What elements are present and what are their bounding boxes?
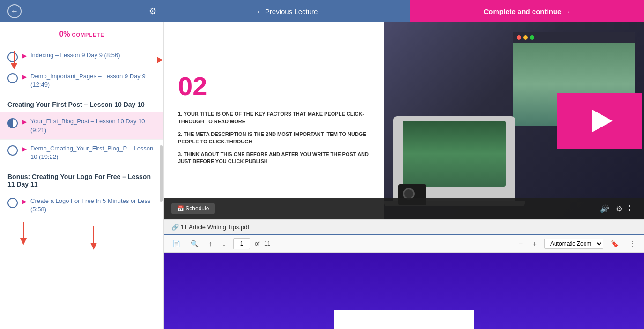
nav-left-panel: ← ⚙ [0,0,164,22]
schedule-label: 📅 Schedule [177,205,209,212]
top-nav: ← ⚙ ← Previous Lecture Complete and cont… [0,0,644,22]
pdf-bookmark-button[interactable]: 🔖 [608,239,622,248]
lesson-item-first-blog[interactable]: ▶ Your_First_Blog_Post – Lesson 10 Day 1… [0,112,163,139]
section-title-creating: Creating Your First Post – Lesson 10 Day… [7,101,145,108]
lesson-item-inner-indexing: ▶ Indexing – Lesson 9 Day 9 (8:56) [22,51,156,60]
svg-marker-7 [90,243,97,250]
lesson-item-inner-create-logo: ▶ Create a Logo For Free In 5 Minutes or… [22,197,156,214]
sidebar-scrollbar[interactable] [160,145,163,202]
volume-icon[interactable]: 🔊 [600,204,609,213]
right-panel: 02 1. YOUR TITLE IS ONE OF THE KEY FACTO… [164,22,644,329]
pdf-search-button[interactable]: 🔍 [188,239,201,248]
fullscreen-icon[interactable]: ⛶ [629,204,637,213]
slide-point-3: 3. THINK ABOUT THIS ONE BEFORE AND AFTER… [178,151,370,165]
pdf-page-up-button[interactable]: ↑ [206,239,215,248]
pdf-zoom-select[interactable]: Automatic Zoom [544,239,603,249]
lesson-text-demo-important: Demo_Important_Pages – Lesson 9 Day 9 (1… [30,72,156,89]
section-title-bonus: Bonus: Creating Your Logo For Free – Les… [7,173,151,188]
slide-point-1: 1. YOUR TITLE IS ONE OF THE KEY FACTORS … [178,111,370,125]
lesson-item-demo-creating[interactable]: ▶ Demo_Creating_Your_First_Blog_P – Less… [0,140,163,166]
lesson-circle-indexing [7,52,18,62]
laptop-screen-content [403,121,506,187]
svg-marker-5 [20,238,27,245]
video-photo-area [384,22,644,219]
lesson-item-inner-demo-important: ▶ Demo_Important_Pages – Lesson 9 Day 9 … [22,72,156,89]
close-dot [517,35,521,40]
video-section: 02 1. YOUR TITLE IS ONE OF THE KEY FACTO… [164,22,644,219]
lesson-circle-demo-creating [7,145,18,156]
video-icon-demo-important: ▶ [22,74,27,80]
section-header-creating: Creating Your First Post – Lesson 10 Day… [0,94,163,112]
pdf-zoom-out-button[interactable]: − [516,239,526,248]
complete-continue-label: Complete and continue → [483,7,570,15]
play-triangle-icon [592,109,613,133]
min-dot [523,35,528,40]
pdf-white-footer-box [334,310,474,329]
lesson-text-first-blog: Your_First_Blog_Post – Lesson 10 Day 10 … [30,117,156,134]
slide-point-2: 2. THE META DESCRIPTION IS THE 2ND MOST … [178,131,370,145]
pdf-tab-label: 🔗 11 Article Writing Tips.pdf [171,224,249,231]
pdf-toolbar: 📄 🔍 ↑ ↓ of 11 − + Automatic Zoom 🔖 ⋮ [164,235,644,253]
progress-percent: 0% [59,30,70,38]
red-arrow-bottom-icon [14,219,52,257]
lesson-text-demo-creating: Demo_Creating_Your_First_Blog_P – Lesson… [30,144,156,161]
lesson-circle-demo-important [7,73,18,83]
video-container: 02 1. YOUR TITLE IS ONE OF THE KEY FACTO… [164,22,644,219]
lesson-item-inner-demo-creating: ▶ Demo_Creating_Your_First_Blog_P – Less… [22,144,156,161]
video-controls-bar: 📅 Schedule 🔊 ⚙ ⛶ [164,198,644,219]
lesson-circle-first-blog [7,118,18,128]
lesson-text-indexing: Indexing – Lesson 9 Day 9 (8:56) [30,51,120,60]
pdf-section: 🔗 11 Article Writing Tips.pdf 📄 🔍 ↑ ↓ of… [164,219,644,329]
video-icon-create-logo: ▶ [22,198,27,205]
pdf-upload-button[interactable]: 📄 [170,239,183,248]
prev-lecture-label: ← Previous Lecture [256,7,318,15]
pdf-content-area [164,253,644,329]
pdf-menu-button[interactable]: ⋮ [626,239,638,248]
pdf-page-total: 11 [264,240,270,247]
video-control-icons: 🔊 ⚙ ⛶ [600,204,637,213]
progress-section: 0% COMPLETE [0,22,163,46]
progress-text: 0% COMPLETE [7,30,156,38]
main-content: 0% COMPLETE ▶ Indexing – Lesson 9 Day 9 … [0,22,644,329]
lesson-circle-create-logo [7,198,18,208]
red-arrow-bottom-right-icon [84,224,122,262]
slide-number: 02 [178,71,370,101]
prev-lecture-button[interactable]: ← Previous Lecture [164,0,410,22]
schedule-button[interactable]: 📅 Schedule [171,203,215,214]
lesson-item-inner-first-blog: ▶ Your_First_Blog_Post – Lesson 10 Day 1… [22,117,156,134]
section-header-bonus: Bonus: Creating Your Logo For Free – Les… [0,166,163,192]
sidebar: 0% COMPLETE ▶ Indexing – Lesson 9 Day 9 … [0,22,164,329]
video-icon-indexing: ▶ [22,52,27,59]
lesson-item-indexing[interactable]: ▶ Indexing – Lesson 9 Day 9 (8:56) [0,46,163,67]
play-button-overlay[interactable] [557,93,642,149]
laptop-screen [403,121,506,187]
slide-content: 02 1. YOUR TITLE IS ONE OF THE KEY FACTO… [164,22,384,219]
pdf-tab[interactable]: 🔗 11 Article Writing Tips.pdf [164,220,644,235]
lesson-item-demo-important[interactable]: ▶ Demo_Important_Pages – Lesson 9 Day 9 … [0,67,163,94]
lesson-text-create-logo: Create a Logo For Free In 5 Minutes or L… [30,197,156,214]
back-button[interactable]: ← [7,4,22,18]
bottom-arrow-area [0,219,163,238]
max-dot [530,35,534,40]
pdf-page-down-button[interactable]: ↓ [220,239,229,248]
video-icon-first-blog: ▶ [22,119,27,125]
complete-continue-button[interactable]: Complete and continue → [410,0,644,22]
progress-label: COMPLETE [72,32,104,37]
pdf-zoom-in-button[interactable]: + [530,239,540,248]
lesson-item-create-logo[interactable]: ▶ Create a Logo For Free In 5 Minutes or… [0,192,163,219]
pdf-page-input[interactable] [233,238,250,249]
video-icon-demo-creating: ▶ [22,146,27,152]
settings-button[interactable]: ⚙ [149,6,156,16]
pdf-page-of-label: of [255,240,259,247]
window-titlebar [513,32,635,43]
settings-gear-icon[interactable]: ⚙ [616,204,622,213]
